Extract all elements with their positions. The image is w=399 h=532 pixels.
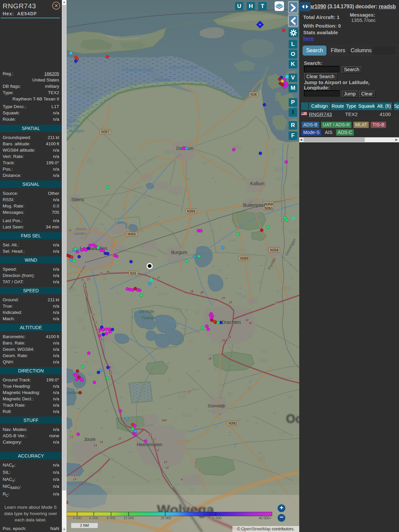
svg-text:4 000: 4 000	[73, 516, 81, 520]
svg-text:10 000: 10 000	[123, 516, 134, 520]
svg-text:40 000+: 40 000+	[259, 516, 271, 520]
svg-text:30 000: 30 000	[211, 516, 221, 520]
svg-text:6 000: 6 000	[89, 516, 98, 520]
svg-text:8 000: 8 000	[107, 516, 115, 520]
svg-text:20 000: 20 000	[161, 516, 171, 520]
